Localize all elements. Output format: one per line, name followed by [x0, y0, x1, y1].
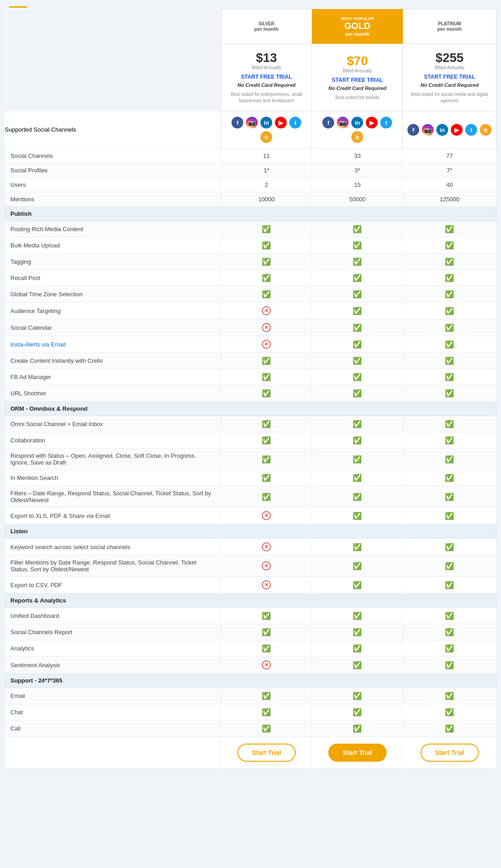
check-icon: ✅: [262, 474, 271, 482]
table-row: Bulk Media Upload✅✅✅: [5, 237, 496, 254]
gold-price: $70: [317, 54, 398, 68]
cross-icon: ✕: [262, 580, 271, 589]
cross-icon: ✕: [262, 340, 271, 349]
table-row: Insta-Alerts via Email✕✅✅: [5, 336, 496, 353]
platinum-per-month: per month: [407, 26, 492, 32]
header-platinum: PLATINUM per month: [403, 9, 496, 44]
check-icon: ✅: [353, 225, 362, 233]
cross-cell: ✕: [221, 319, 312, 336]
check-icon: ✅: [262, 258, 271, 266]
table-row: Users21540: [5, 178, 496, 192]
buffer-icon: b: [260, 131, 272, 143]
start-trial-gold-button[interactable]: Start Trial: [328, 744, 387, 762]
trial-gold-cell: Start Trial: [312, 737, 403, 769]
check-cell: ✅: [403, 470, 496, 486]
check-cell: ✅: [221, 416, 312, 432]
platinum-cta[interactable]: START FREE TRIAL: [407, 74, 492, 80]
trial-row: Start TrialStart TrialStart Trial: [5, 737, 496, 769]
table-row: Create Content Instantly with Crello✅✅✅: [5, 353, 496, 369]
check-icon: ✅: [445, 420, 454, 428]
check-icon: ✅: [445, 692, 454, 700]
feature-name-cell: Filter Mentions by Date Range, Respond S…: [5, 555, 221, 577]
youtube-icon-gold: ▶: [366, 117, 378, 128]
twitter-icon-platinum: t: [465, 124, 477, 136]
table-row: Social Channels113377: [5, 149, 496, 163]
cross-icon: ✕: [262, 306, 271, 315]
silver-cta[interactable]: START FREE TRIAL: [226, 74, 307, 80]
feature-link[interactable]: Insta-Alerts via Email: [10, 341, 66, 348]
youtube-icon-platinum: ▶: [451, 124, 463, 136]
start-trial-platinum-button[interactable]: Start Trial: [421, 744, 479, 762]
top-bar-line: [9, 6, 27, 8]
cross-cell: ✕: [221, 577, 312, 593]
check-icon: ✅: [262, 242, 271, 249]
feature-name-cell: Social Profiles: [5, 163, 221, 178]
check-cell: ✅: [403, 286, 496, 303]
silver-no-credit: No Credit Card Required: [226, 82, 307, 88]
check-cell: ✅: [312, 319, 403, 336]
section-header-row: Reports & Analytics: [5, 593, 496, 608]
gold-billed: Billed Annually: [317, 68, 398, 73]
value-cell: 50000: [312, 192, 403, 207]
check-icon: ✅: [353, 692, 362, 700]
check-icon: ✅: [445, 225, 454, 233]
feature-name-cell: Export to CSV, PDF: [5, 577, 221, 593]
gold-cta[interactable]: START FREE TRIAL: [317, 77, 398, 83]
check-icon: ✅: [445, 512, 454, 520]
check-icon: ✅: [353, 290, 362, 298]
check-cell: ✅: [221, 254, 312, 270]
check-cell: ✅: [312, 449, 403, 470]
check-cell: ✅: [221, 640, 312, 657]
table-row: Audience Targeting✕✅✅: [5, 303, 496, 319]
value-cell: 2: [221, 178, 312, 192]
check-cell: ✅: [221, 385, 312, 402]
check-cell: ✅: [312, 608, 403, 624]
check-icon: ✅: [262, 357, 271, 365]
check-cell: ✅: [403, 539, 496, 555]
section-header-row: Support - 24*7*365: [5, 674, 496, 688]
check-cell: ✅: [312, 336, 403, 353]
check-icon: ✅: [262, 274, 271, 282]
supported-label: Supported Social Channels: [5, 111, 221, 149]
section-header-label: Listen: [5, 524, 496, 539]
check-cell: ✅: [403, 449, 496, 470]
header-gold: MOST POPULAR GOLD per month: [312, 9, 403, 44]
silver-name: SILVER: [226, 21, 307, 26]
facebook-icon-gold: f: [322, 117, 334, 128]
check-icon: ✅: [445, 242, 454, 249]
check-icon: ✅: [262, 708, 271, 716]
table-row: Export to XLS, PDF & Share via Email✕✅✅: [5, 508, 496, 524]
check-cell: ✅: [403, 254, 496, 270]
check-cell: ✅: [403, 353, 496, 369]
check-icon: ✅: [353, 628, 362, 636]
check-icon: ✅: [353, 661, 362, 669]
buffer-icon-gold: b: [351, 131, 363, 143]
feature-name-cell: URL Shortner: [5, 385, 221, 402]
check-cell: ✅: [403, 270, 496, 286]
check-icon: ✅: [445, 341, 454, 348]
check-cell: ✅: [221, 270, 312, 286]
check-cell: ✅: [312, 555, 403, 577]
silver-billed: Billed Annually: [226, 65, 307, 70]
check-icon: ✅: [353, 242, 362, 249]
check-icon: ✅: [353, 420, 362, 428]
feature-name-cell: Insta-Alerts via Email: [5, 336, 221, 353]
check-icon: ✅: [353, 581, 362, 589]
feature-name-cell: Unified Dashboard: [5, 608, 221, 624]
feature-name-cell: Respond with Status – Open, Assigned, Cl…: [5, 449, 221, 470]
gold-no-credit: No Credit Card Required: [317, 85, 398, 91]
check-cell: ✅: [221, 704, 312, 721]
platinum-social-icons: f 📷 in ▶ t b: [403, 111, 496, 149]
check-icon: ✅: [262, 420, 271, 428]
start-trial-silver-button[interactable]: Start Trial: [237, 744, 296, 762]
check-icon: ✅: [353, 493, 362, 501]
check-icon: ✅: [445, 373, 454, 381]
linkedin-icon-gold: in: [351, 117, 363, 128]
check-icon: ✅: [445, 543, 454, 551]
check-cell: ✅: [403, 640, 496, 657]
platinum-price: $255: [407, 51, 492, 65]
value-cell: 15: [312, 178, 403, 192]
check-cell: ✅: [221, 688, 312, 704]
check-cell: ✅: [221, 221, 312, 237]
check-cell: ✅: [312, 539, 403, 555]
